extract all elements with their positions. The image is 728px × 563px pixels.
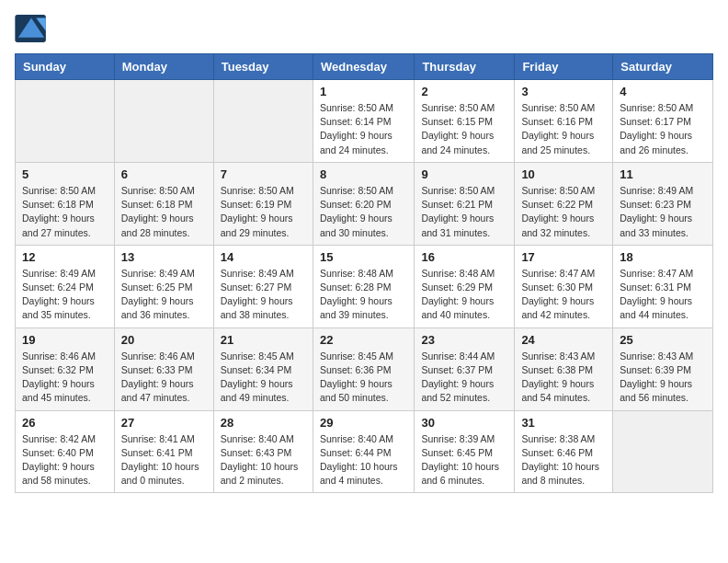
day-content: Sunrise: 8:44 AM Sunset: 6:37 PM Dayligh… — [421, 350, 507, 406]
day-number: 18 — [620, 250, 706, 264]
header-day-sunday: Sunday — [16, 54, 115, 80]
day-number: 28 — [221, 416, 306, 430]
day-number: 6 — [121, 167, 207, 181]
calendar-cell: 16Sunrise: 8:48 AM Sunset: 6:29 PM Dayli… — [415, 245, 515, 327]
calendar-cell: 13Sunrise: 8:49 AM Sunset: 6:25 PM Dayli… — [114, 245, 213, 327]
day-number: 21 — [221, 333, 306, 347]
day-number: 10 — [521, 167, 606, 181]
calendar-cell: 2Sunrise: 8:50 AM Sunset: 6:15 PM Daylig… — [415, 80, 515, 163]
day-number: 9 — [421, 167, 507, 181]
calendar-cell: 17Sunrise: 8:47 AM Sunset: 6:30 PM Dayli… — [515, 245, 613, 327]
calendar-cell: 4Sunrise: 8:50 AM Sunset: 6:17 PM Daylig… — [613, 80, 713, 163]
day-content: Sunrise: 8:50 AM Sunset: 6:16 PM Dayligh… — [521, 101, 606, 157]
calendar-cell: 1Sunrise: 8:50 AM Sunset: 6:14 PM Daylig… — [313, 80, 414, 163]
week-row-1: 1Sunrise: 8:50 AM Sunset: 6:14 PM Daylig… — [16, 80, 713, 163]
calendar-cell: 5Sunrise: 8:50 AM Sunset: 6:18 PM Daylig… — [16, 162, 115, 245]
day-number: 8 — [320, 167, 407, 181]
calendar-cell: 18Sunrise: 8:47 AM Sunset: 6:31 PM Dayli… — [613, 245, 713, 327]
day-content: Sunrise: 8:47 AM Sunset: 6:31 PM Dayligh… — [620, 267, 706, 323]
logo-icon — [15, 15, 48, 42]
calendar-cell: 20Sunrise: 8:46 AM Sunset: 6:33 PM Dayli… — [114, 327, 213, 410]
day-number: 14 — [221, 250, 306, 264]
calendar-cell: 11Sunrise: 8:49 AM Sunset: 6:23 PM Dayli… — [613, 162, 713, 245]
logo — [15, 15, 53, 42]
day-content: Sunrise: 8:50 AM Sunset: 6:20 PM Dayligh… — [320, 184, 407, 240]
day-number: 5 — [22, 167, 108, 181]
calendar-table: SundayMondayTuesdayWednesdayThursdayFrid… — [15, 53, 713, 493]
day-number: 15 — [320, 250, 407, 264]
calendar-cell — [213, 80, 313, 163]
week-row-5: 26Sunrise: 8:42 AM Sunset: 6:40 PM Dayli… — [16, 410, 713, 493]
day-content: Sunrise: 8:45 AM Sunset: 6:34 PM Dayligh… — [221, 350, 306, 406]
calendar-cell — [613, 410, 713, 493]
calendar-cell: 24Sunrise: 8:43 AM Sunset: 6:38 PM Dayli… — [515, 327, 613, 410]
day-number: 20 — [121, 333, 207, 347]
calendar-cell: 31Sunrise: 8:38 AM Sunset: 6:46 PM Dayli… — [515, 410, 613, 493]
day-content: Sunrise: 8:38 AM Sunset: 6:46 PM Dayligh… — [521, 432, 606, 488]
day-number: 25 — [620, 333, 706, 347]
calendar-cell: 27Sunrise: 8:41 AM Sunset: 6:41 PM Dayli… — [114, 410, 213, 493]
calendar-cell: 7Sunrise: 8:50 AM Sunset: 6:19 PM Daylig… — [213, 162, 313, 245]
day-content: Sunrise: 8:40 AM Sunset: 6:44 PM Dayligh… — [320, 432, 407, 488]
header-day-wednesday: Wednesday — [313, 54, 414, 80]
day-number: 26 — [22, 416, 108, 430]
calendar-cell: 30Sunrise: 8:39 AM Sunset: 6:45 PM Dayli… — [415, 410, 515, 493]
day-number: 1 — [320, 85, 407, 98]
day-content: Sunrise: 8:48 AM Sunset: 6:29 PM Dayligh… — [421, 267, 507, 323]
calendar-cell: 9Sunrise: 8:50 AM Sunset: 6:21 PM Daylig… — [415, 162, 515, 245]
day-content: Sunrise: 8:50 AM Sunset: 6:19 PM Dayligh… — [221, 184, 306, 240]
calendar-cell: 15Sunrise: 8:48 AM Sunset: 6:28 PM Dayli… — [313, 245, 414, 327]
day-content: Sunrise: 8:45 AM Sunset: 6:36 PM Dayligh… — [320, 350, 407, 406]
day-content: Sunrise: 8:50 AM Sunset: 6:17 PM Dayligh… — [620, 101, 706, 157]
calendar-cell: 22Sunrise: 8:45 AM Sunset: 6:36 PM Dayli… — [313, 327, 414, 410]
day-content: Sunrise: 8:50 AM Sunset: 6:14 PM Dayligh… — [320, 101, 407, 157]
day-number: 2 — [421, 85, 507, 98]
calendar-cell: 8Sunrise: 8:50 AM Sunset: 6:20 PM Daylig… — [313, 162, 414, 245]
day-number: 3 — [521, 85, 606, 98]
calendar-cell: 29Sunrise: 8:40 AM Sunset: 6:44 PM Dayli… — [313, 410, 414, 493]
calendar-cell: 14Sunrise: 8:49 AM Sunset: 6:27 PM Dayli… — [213, 245, 313, 327]
calendar-cell: 10Sunrise: 8:50 AM Sunset: 6:22 PM Dayli… — [515, 162, 613, 245]
calendar-cell: 26Sunrise: 8:42 AM Sunset: 6:40 PM Dayli… — [16, 410, 115, 493]
day-content: Sunrise: 8:46 AM Sunset: 6:32 PM Dayligh… — [22, 350, 108, 406]
calendar-cell: 19Sunrise: 8:46 AM Sunset: 6:32 PM Dayli… — [16, 327, 115, 410]
day-content: Sunrise: 8:49 AM Sunset: 6:23 PM Dayligh… — [620, 184, 706, 240]
calendar-cell: 6Sunrise: 8:50 AM Sunset: 6:18 PM Daylig… — [114, 162, 213, 245]
day-number: 30 — [421, 416, 507, 430]
day-content: Sunrise: 8:50 AM Sunset: 6:22 PM Dayligh… — [521, 184, 606, 240]
header-day-monday: Monday — [114, 54, 213, 80]
header-day-thursday: Thursday — [415, 54, 515, 80]
day-number: 16 — [421, 250, 507, 264]
days-header-row: SundayMondayTuesdayWednesdayThursdayFrid… — [16, 54, 713, 80]
day-content: Sunrise: 8:49 AM Sunset: 6:25 PM Dayligh… — [121, 267, 207, 323]
header-day-tuesday: Tuesday — [213, 54, 313, 80]
day-content: Sunrise: 8:49 AM Sunset: 6:27 PM Dayligh… — [221, 267, 306, 323]
week-row-2: 5Sunrise: 8:50 AM Sunset: 6:18 PM Daylig… — [16, 162, 713, 245]
day-number: 13 — [121, 250, 207, 264]
day-number: 31 — [521, 416, 606, 430]
header — [15, 15, 713, 42]
calendar-cell: 12Sunrise: 8:49 AM Sunset: 6:24 PM Dayli… — [16, 245, 115, 327]
day-content: Sunrise: 8:46 AM Sunset: 6:33 PM Dayligh… — [121, 350, 207, 406]
day-number: 19 — [22, 333, 108, 347]
day-number: 23 — [421, 333, 507, 347]
day-number: 7 — [221, 167, 306, 181]
calendar-cell — [16, 80, 115, 163]
calendar-cell: 3Sunrise: 8:50 AM Sunset: 6:16 PM Daylig… — [515, 80, 613, 163]
day-content: Sunrise: 8:49 AM Sunset: 6:24 PM Dayligh… — [22, 267, 108, 323]
day-content: Sunrise: 8:42 AM Sunset: 6:40 PM Dayligh… — [22, 432, 108, 488]
day-content: Sunrise: 8:47 AM Sunset: 6:30 PM Dayligh… — [521, 267, 606, 323]
day-number: 4 — [620, 85, 706, 98]
day-content: Sunrise: 8:50 AM Sunset: 6:18 PM Dayligh… — [22, 184, 108, 240]
day-content: Sunrise: 8:43 AM Sunset: 6:39 PM Dayligh… — [620, 350, 706, 406]
calendar-cell: 23Sunrise: 8:44 AM Sunset: 6:37 PM Dayli… — [415, 327, 515, 410]
calendar-cell: 21Sunrise: 8:45 AM Sunset: 6:34 PM Dayli… — [213, 327, 313, 410]
header-day-saturday: Saturday — [613, 54, 713, 80]
day-number: 17 — [521, 250, 606, 264]
calendar-cell: 25Sunrise: 8:43 AM Sunset: 6:39 PM Dayli… — [613, 327, 713, 410]
day-number: 24 — [521, 333, 606, 347]
week-row-3: 12Sunrise: 8:49 AM Sunset: 6:24 PM Dayli… — [16, 245, 713, 327]
calendar-cell: 28Sunrise: 8:40 AM Sunset: 6:43 PM Dayli… — [213, 410, 313, 493]
day-number: 11 — [620, 167, 706, 181]
header-day-friday: Friday — [515, 54, 613, 80]
